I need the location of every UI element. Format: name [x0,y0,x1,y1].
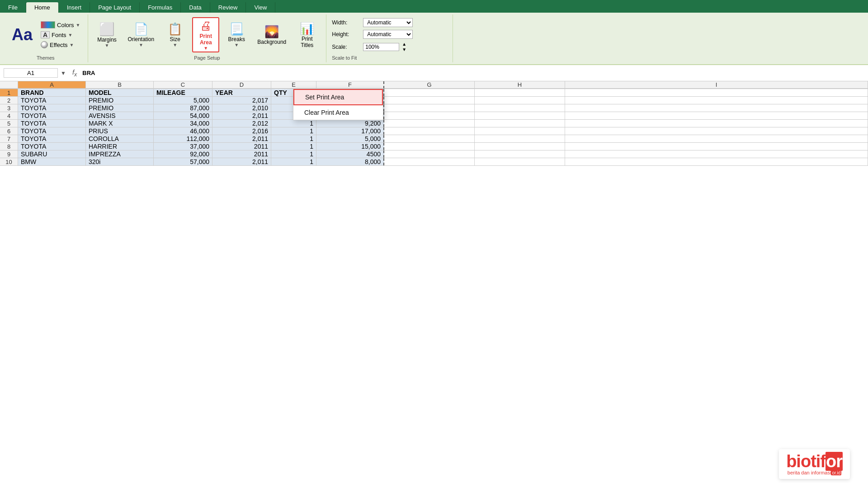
tab-data[interactable]: Data [181,2,210,13]
margins-button[interactable]: ⬜ Margins ▼ [94,20,121,50]
cell-8f[interactable]: 15,000 [316,143,384,150]
scale-up-arrow[interactable]: ▲ [402,42,406,47]
cell-6c[interactable]: 46,000 [154,127,212,135]
tab-insert[interactable]: Insert [59,2,90,13]
cell-9c[interactable]: 92,000 [154,150,212,158]
cell-8a[interactable]: TOYOTA [18,143,86,150]
width-select[interactable]: Automatic [363,18,413,27]
cell-3a[interactable]: TOYOTA [18,104,86,112]
tab-page-layout[interactable]: Page Layout [90,2,140,13]
cell-9f[interactable]: 4500 [316,150,384,158]
cell-4b[interactable]: AVENSIS [86,112,154,119]
cell-4h[interactable] [475,112,565,119]
tab-home[interactable]: Home [26,2,59,13]
cell-9a[interactable]: SUBARU [18,150,86,158]
cell-5f[interactable]: 9,200 [316,120,384,127]
cell-10f[interactable]: 8,000 [316,158,384,165]
cell-6h[interactable] [475,127,565,135]
col-header-d[interactable]: D [212,81,271,89]
row-num-5[interactable]: 5 [0,120,18,127]
cell-4g[interactable] [384,112,475,119]
cell-5b[interactable]: MARK X [86,120,154,127]
cell-10e[interactable]: 1 [271,158,316,165]
cell-1h[interactable] [475,89,565,96]
cell-3g[interactable] [384,104,475,112]
fonts-button[interactable]: A Fonts ▼ [39,30,82,39]
cell-7d[interactable]: 2,011 [212,135,271,142]
cell-5a[interactable]: TOYOTA [18,120,86,127]
cell-3d[interactable]: 2,010 [212,104,271,112]
cell-6b[interactable]: PRIUS [86,127,154,135]
effects-button[interactable]: Effects ▼ [39,40,82,49]
col-header-i[interactable]: I [565,81,868,89]
row-num-1[interactable]: 1 [0,89,18,96]
cell-10g[interactable] [384,158,475,165]
colors-button[interactable]: Colors ▼ [39,20,82,29]
cell-5e[interactable]: 1 [271,120,316,127]
print-titles-button[interactable]: 📊 Print Titles [293,20,321,50]
orientation-button[interactable]: 📄 Orientation ▼ [124,20,158,49]
cell-1i[interactable] [565,89,868,96]
cell-1a[interactable]: BRAND [18,89,86,96]
row-num-8[interactable]: 8 [0,143,18,150]
tab-formulas[interactable]: Formulas [140,2,181,13]
cell-3c[interactable]: 87,000 [154,104,212,112]
cell-7g[interactable] [384,135,475,142]
col-header-c[interactable]: C [154,81,212,89]
cell-3b[interactable]: PREMIO [86,104,154,112]
row-num-7[interactable]: 7 [0,135,18,142]
cell-5d[interactable]: 2,012 [212,120,271,127]
row-num-2[interactable]: 2 [0,97,18,104]
cell-7h[interactable] [475,135,565,142]
row-num-10[interactable]: 10 [0,158,18,165]
cell-9d[interactable]: 2011 [212,150,271,158]
cell-9e[interactable]: 1 [271,150,316,158]
cell-2h[interactable] [475,97,565,104]
cell-5c[interactable]: 34,000 [154,120,212,127]
row-num-9[interactable]: 9 [0,150,18,158]
background-button[interactable]: 🌄 Background [254,23,290,47]
cell-8b[interactable]: HARRIER [86,143,154,150]
cell-1d[interactable]: YEAR [212,89,271,96]
formula-dropdown-arrow[interactable]: ▼ [61,70,66,76]
cell-10a[interactable]: BMW [18,158,86,165]
cell-3i[interactable] [565,104,868,112]
col-header-e[interactable]: E [271,81,316,89]
cell-9g[interactable] [384,150,475,158]
cell-4i[interactable] [565,112,868,119]
cell-7c[interactable]: 112,000 [154,135,212,142]
cell-7f[interactable]: 5,000 [316,135,384,142]
col-header-a[interactable]: A [18,81,86,89]
cell-7b[interactable]: COROLLA [86,135,154,142]
row-num-4[interactable]: 4 [0,112,18,119]
cell-7e[interactable]: 1 [271,135,316,142]
cell-1g[interactable] [384,89,475,96]
cell-9h[interactable] [475,150,565,158]
tab-file[interactable]: File [0,2,26,13]
cell-8i[interactable] [565,143,868,150]
clear-print-area-item[interactable]: Clear Print Area [293,105,383,120]
cell-6i[interactable] [565,127,868,135]
cell-2i[interactable] [565,97,868,104]
breaks-button[interactable]: 📃 Breaks ▼ [223,20,250,49]
cell-7i[interactable] [565,135,868,142]
col-header-h[interactable]: H [475,81,565,89]
cell-1b[interactable]: MODEL [86,89,154,96]
themes-button[interactable]: Aa [9,25,35,45]
scale-down-arrow[interactable]: ▼ [402,47,406,52]
cell-7a[interactable]: TOYOTA [18,135,86,142]
cell-10b[interactable]: 320i [86,158,154,165]
cell-10h[interactable] [475,158,565,165]
cell-3h[interactable] [475,104,565,112]
cell-8c[interactable]: 37,000 [154,143,212,150]
cell-2d[interactable]: 2,017 [212,97,271,104]
cell-5g[interactable] [384,120,475,127]
cell-8g[interactable] [384,143,475,150]
cell-5h[interactable] [475,120,565,127]
print-area-button[interactable]: 🖨 Print Area ▼ [192,17,219,52]
cell-reference-input[interactable] [4,68,58,78]
cell-4d[interactable]: 2,011 [212,112,271,119]
cell-2c[interactable]: 5,000 [154,97,212,104]
cell-10d[interactable]: 2,011 [212,158,271,165]
height-select[interactable]: Automatic [363,30,413,39]
